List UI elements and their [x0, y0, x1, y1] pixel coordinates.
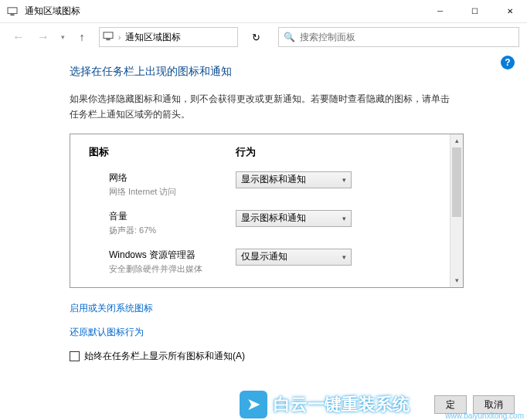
help-icon[interactable]: ? [501, 56, 515, 69]
back-button[interactable]: ← [8, 26, 29, 48]
scrollbar[interactable]: ▴ ▾ [450, 134, 463, 287]
ok-button[interactable]: 定 [434, 395, 467, 414]
svg-rect-3 [106, 39, 110, 40]
table-row: Windows 资源管理器 安全删除硬件并弹出媒体 仅显示通知 ▾ [89, 249, 444, 275]
search-input[interactable] [300, 32, 514, 42]
page-description: 如果你选择隐藏图标和通知，则不会获得更改或更新通知。若要随时查看隐藏的图标，请单… [70, 91, 456, 123]
minimize-button[interactable]: ─ [423, 0, 457, 23]
always-show-checkbox[interactable] [70, 351, 80, 361]
svg-rect-0 [8, 7, 17, 13]
monitor-icon [6, 5, 19, 18]
chevron-down-icon: ▾ [342, 253, 346, 261]
search-icon: 🔍 [284, 32, 295, 42]
behavior-dropdown[interactable]: 仅显示通知 ▾ [236, 249, 352, 266]
window-title: 通知区域图标 [25, 5, 423, 18]
search-box[interactable]: 🔍 [278, 27, 519, 47]
title-bar: 通知区域图标 ─ ☐ ✕ [0, 0, 527, 23]
cancel-button[interactable]: 取消 [473, 395, 515, 414]
refresh-button[interactable]: ↻ [244, 27, 267, 47]
forward-button: → [32, 26, 54, 48]
breadcrumb[interactable]: 通知区域图标 [125, 31, 181, 44]
scroll-thumb[interactable] [452, 147, 461, 217]
up-button[interactable]: ↑ [71, 26, 93, 48]
row-title: Windows 资源管理器 [109, 249, 236, 262]
behavior-dropdown[interactable]: 显示图标和通知 ▾ [236, 210, 352, 227]
svg-rect-1 [10, 14, 14, 15]
scroll-down-button[interactable]: ▾ [450, 274, 463, 287]
row-subtitle: 扬声器: 67% [109, 225, 236, 236]
maximize-button[interactable]: ☐ [457, 0, 492, 23]
location-icon [103, 32, 114, 43]
chevron-down-icon: ▾ [342, 176, 346, 184]
watermark-brand: 白云一键重装系统 [274, 393, 410, 416]
content-area: ? 选择在任务栏上出现的图标和通知 如果你选择隐藏图标和通知，则不会获得更改或更… [0, 51, 527, 371]
always-show-label: 始终在任务栏上显示所有图标和通知(A) [84, 350, 245, 363]
icons-panel: 图标 行为 网络 网络 Internet 访问 显示图标和通知 ▾ 音量 扬声器… [70, 134, 464, 288]
history-dropdown[interactable]: ▾ [57, 33, 68, 41]
address-bar[interactable]: › 通知区域图标 [99, 27, 238, 47]
row-title: 网络 [109, 171, 236, 185]
svg-rect-2 [104, 32, 113, 38]
chevron-right-icon: › [118, 33, 121, 42]
nav-bar: ← → ▾ ↑ › 通知区域图标 ↻ 🔍 [0, 23, 527, 51]
row-subtitle: 安全删除硬件并弹出媒体 [109, 263, 236, 275]
toggle-system-icons-link[interactable]: 启用或关闭系统图标 [70, 302, 507, 315]
watermark-logo-icon: ➤ [240, 391, 267, 418]
chevron-down-icon: ▾ [342, 215, 346, 222]
table-row: 音量 扬声器: 67% 显示图标和通知 ▾ [89, 210, 444, 236]
close-button[interactable]: ✕ [492, 0, 527, 23]
page-heading: 选择在任务栏上出现的图标和通知 [70, 65, 507, 79]
scroll-up-button[interactable]: ▴ [450, 134, 463, 147]
table-row: 网络 网络 Internet 访问 显示图标和通知 ▾ [89, 171, 444, 198]
row-title: 音量 [109, 210, 236, 223]
column-header-icon: 图标 [89, 145, 236, 159]
row-subtitle: 网络 Internet 访问 [109, 186, 236, 198]
restore-defaults-link[interactable]: 还原默认图标行为 [70, 326, 507, 339]
column-header-behavior: 行为 [236, 145, 256, 159]
behavior-dropdown[interactable]: 显示图标和通知 ▾ [236, 171, 352, 188]
